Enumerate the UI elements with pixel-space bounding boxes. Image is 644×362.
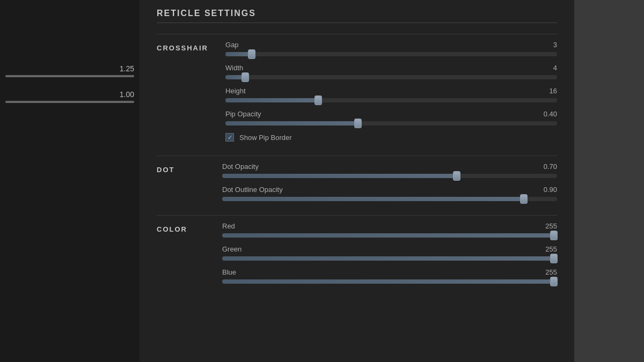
main-panel: RETICLE SETTINGS CROSSHAIR Gap 3 Width [140,0,574,362]
blue-value: 255 [545,268,557,276]
dot-opacity-slider[interactable] [222,174,557,178]
left-slider-2[interactable] [5,101,134,103]
blue-label: Blue [222,268,236,276]
dot-outline-opacity-slider[interactable] [222,197,557,201]
height-control: Height 16 [225,87,557,102]
dot-section: DOT Dot Opacity 0.70 Dot Outline Opacity… [157,156,557,215]
color-controls: Red 255 Green 255 [222,222,557,291]
green-control: Green 255 [222,245,557,261]
left-slider-1[interactable] [5,75,134,77]
green-value: 255 [545,245,557,253]
green-label: Green [222,245,241,253]
gap-control: Gap 3 [225,41,557,56]
crosshair-label: CROSSHAIR [157,42,208,52]
gap-value: 3 [553,41,557,49]
crosshair-section: CROSSHAIR Gap 3 Width 4 [157,34,557,156]
dot-outline-opacity-control: Dot Outline Opacity 0.90 [222,186,557,201]
dot-opacity-label: Dot Opacity [222,162,259,171]
pip-opacity-slider[interactable] [225,121,557,125]
crosshair-controls: Gap 3 Width 4 [225,41,557,149]
gap-label: Gap [225,41,239,49]
right-panel [574,0,644,362]
pip-opacity-value: 0.40 [544,110,557,118]
show-pip-border-row[interactable]: Show Pip Border [225,133,557,142]
left-panel: 1.25 1.00 [0,0,140,362]
left-value-2: 1.00 [120,90,134,99]
left-value-1: 1.25 [120,64,134,73]
color-label: COLOR [157,223,205,233]
dot-outline-opacity-label: Dot Outline Opacity [222,186,283,194]
width-slider[interactable] [225,75,557,79]
width-value: 4 [553,64,557,72]
pip-opacity-control: Pip Opacity 0.40 [225,110,557,125]
color-section: COLOR Red 255 Green 255 [157,215,557,298]
pip-opacity-label: Pip Opacity [225,110,261,118]
red-slider[interactable] [222,233,557,238]
red-label: Red [222,222,235,230]
blue-control: Blue 255 [222,268,557,284]
height-label: Height [225,87,246,95]
show-pip-border-checkbox[interactable] [225,133,234,142]
dot-controls: Dot Opacity 0.70 Dot Outline Opacity 0.9… [222,162,557,209]
width-control: Width 4 [225,64,557,79]
blue-slider[interactable] [222,279,557,284]
green-slider[interactable] [222,256,557,261]
height-value: 16 [550,87,557,95]
red-control: Red 255 [222,222,557,238]
height-slider[interactable] [225,98,557,102]
show-pip-border-label: Show Pip Border [239,134,292,142]
page-title: RETICLE SETTINGS [157,9,557,23]
width-label: Width [225,64,243,72]
gap-slider[interactable] [225,52,557,56]
dot-opacity-control: Dot Opacity 0.70 [222,162,557,178]
dot-opacity-value: 0.70 [544,162,557,171]
red-value: 255 [545,222,557,230]
dot-outline-opacity-value: 0.90 [544,186,557,194]
dot-label: DOT [157,164,205,174]
